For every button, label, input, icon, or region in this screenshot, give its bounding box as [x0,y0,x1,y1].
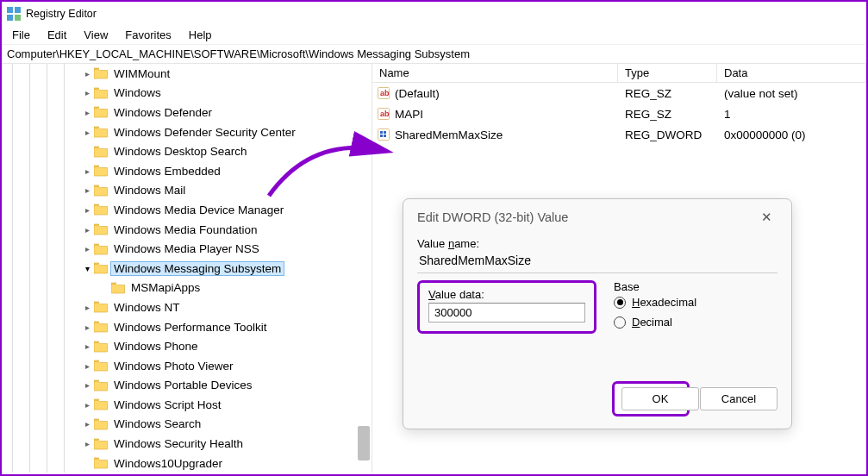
tree-item-label: Windows Messaging Subsystem [110,261,284,276]
value-name: SharedMemMaxSize [395,128,503,141]
tree-item-label: Windows Media Device Manager [110,204,287,216]
tree-item-label: Windows Search [110,417,204,430]
chevron-right-icon[interactable]: ▸ [81,128,93,137]
svg-text:ab: ab [380,110,390,118]
value-name: MAPI [395,108,423,121]
value-data: 1 [717,108,866,121]
tree-item-label: Windows Defender [110,106,215,119]
tree-item[interactable]: ▸Windows Media Foundation [2,220,372,240]
chevron-right-icon[interactable]: ▸ [81,69,93,78]
tree-item-label: Windows Media Player NSS [110,242,263,255]
tree-item-label: Windows Script Host [110,398,225,411]
svg-rect-1 [15,7,21,13]
address-bar[interactable]: Computer\HKEY_LOCAL_MACHINE\SOFTWARE\Mic… [2,45,866,64]
tree-item-label: Windows Defender Security Center [110,126,299,139]
svg-rect-11 [380,135,383,137]
value-data-field[interactable] [428,303,585,323]
menu-favorites[interactable]: Favorites [116,27,179,43]
col-header-type[interactable]: Type [618,64,717,82]
chevron-right-icon[interactable]: ▸ [81,303,93,312]
col-header-name[interactable]: Name [372,64,618,82]
tree-item[interactable]: ▸WIMMount [2,64,372,84]
tree-item-label: Windows NT [110,301,184,314]
tree-item-label: Windows Portable Devices [110,379,256,391]
tree-item-label: Windows Performance Toolkit [110,321,271,334]
chevron-right-icon[interactable]: ▸ [81,244,93,254]
value-name-field[interactable]: SharedMemMaxSize [417,252,777,273]
col-header-data[interactable]: Data [717,64,866,82]
svg-rect-3 [15,15,21,21]
svg-rect-10 [384,131,386,134]
tree-item[interactable]: MSMapiApps [2,279,372,298]
tree-item-label: Windows10Upgrader [110,457,226,470]
scrollbar-thumb[interactable] [358,426,370,460]
chevron-right-icon[interactable]: ▸ [81,419,93,429]
tree-item[interactable]: ▾Windows Messaging Subsystem [2,259,372,279]
tree-item[interactable]: ▸Windows Portable Devices [2,376,372,396]
tree-item[interactable]: ▸Windows Defender Security Center [2,122,372,142]
ok-button[interactable]: OK [621,387,699,410]
ok-button-highlight: OK [612,381,690,416]
chevron-right-icon[interactable]: ▸ [81,166,93,176]
chevron-right-icon[interactable]: ▸ [81,361,93,371]
chevron-right-icon[interactable]: ▸ [81,185,93,195]
list-row[interactable]: abMAPIREG_SZ1 [372,103,866,124]
tree-item[interactable]: ▸Windows Photo Viewer [2,356,372,376]
tree-item[interactable]: ▸Windows Media Player NSS [2,239,372,259]
menu-edit[interactable]: Edit [39,27,75,43]
value-type: REG_SZ [618,87,717,100]
tree-item-label: Windows Desktop Search [110,145,251,158]
chevron-down-icon[interactable]: ▾ [81,264,93,273]
tree-item-label: Windows Security Health [110,437,247,450]
tree-item[interactable]: ▸Windows Mail [2,181,372,201]
tree-item[interactable]: ▸Windows Search [2,415,372,435]
tree-item[interactable]: ▸Windows Embedded [2,161,372,181]
tree-item-label: MSMapiApps [128,281,203,294]
chevron-right-icon[interactable]: ▸ [81,108,93,117]
tree-item[interactable]: ▸Windows Phone [2,336,372,356]
chevron-right-icon[interactable]: ▸ [81,225,93,235]
tree-item[interactable]: Windows10Upgrader [2,454,372,473]
tree-item[interactable]: ▸Windows [2,84,372,103]
tree-item[interactable]: ▸Windows Performance Toolkit [2,317,372,337]
value-name-label: Value name: [417,237,777,250]
chevron-right-icon[interactable]: ▸ [81,439,93,448]
menu-help[interactable]: Help [180,27,221,43]
tree-pane[interactable]: ▸WIMMount▸Windows▸Windows Defender▸Windo… [2,64,372,473]
menu-bar: File Edit View Favorites Help [2,26,866,45]
value-name: (Default) [395,87,440,100]
menu-view[interactable]: View [75,27,116,43]
menu-file[interactable]: File [3,27,39,43]
edit-dword-dialog: Edit DWORD (32-bit) Value ✕ Value name: … [403,198,792,429]
tree-item[interactable]: ▸Windows Script Host [2,395,372,415]
tree-item-label: WIMMount [110,67,173,80]
close-icon[interactable]: ✕ [756,210,777,225]
svg-rect-12 [384,135,386,137]
svg-rect-0 [7,7,13,13]
chevron-right-icon[interactable]: ▸ [81,341,93,351]
radio-decimal[interactable]: Decimal [614,312,777,332]
tree-item[interactable]: ▸Windows NT [2,298,372,317]
radio-hexadecimal[interactable]: Hexadecimal [614,292,777,312]
value-data: (value not set) [717,87,866,100]
cancel-button[interactable]: Cancel [700,387,777,410]
chevron-right-icon[interactable]: ▸ [81,205,93,215]
value-type: REG_DWORD [618,128,717,141]
title-bar: Registry Editor [2,2,866,26]
window-title: Registry Editor [26,8,97,20]
tree-item[interactable]: Windows Desktop Search [2,141,372,161]
list-row[interactable]: SharedMemMaxSizeREG_DWORD0x00000000 (0) [372,124,866,145]
tree-item[interactable]: ▸Windows Media Device Manager [2,200,372,220]
tree-item-label: Windows Photo Viewer [110,360,237,373]
value-type: REG_SZ [618,108,717,121]
tree-item-label: Windows Phone [110,340,202,353]
tree-item-label: Windows [110,86,165,99]
tree-item[interactable]: ▸Windows Security Health [2,434,372,454]
chevron-right-icon[interactable]: ▸ [81,400,93,410]
chevron-right-icon[interactable]: ▸ [81,380,93,390]
chevron-right-icon[interactable]: ▸ [81,323,93,332]
tree-item[interactable]: ▸Windows Defender [2,103,372,122]
list-row[interactable]: ab(Default)REG_SZ(value not set) [372,83,866,103]
chevron-right-icon[interactable]: ▸ [81,88,93,97]
value-data-highlight: Value data: [417,280,596,334]
